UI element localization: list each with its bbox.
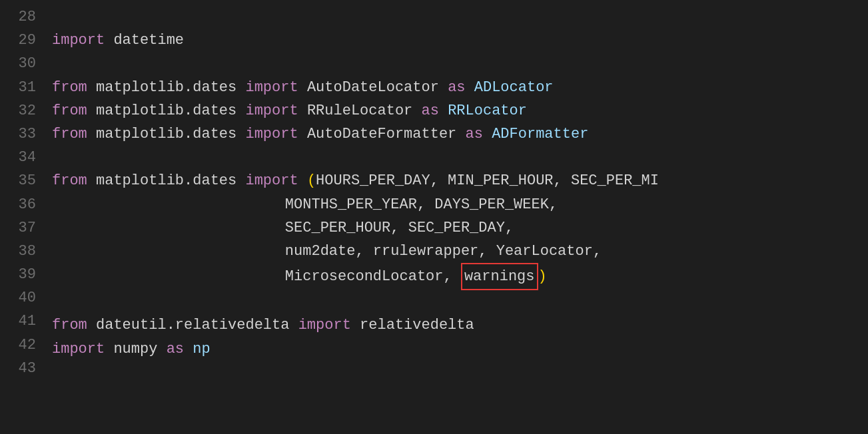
line-num-40: 40	[11, 286, 36, 310]
code-line-32: from matplotlib.dates import RRuleLocato…	[47, 99, 868, 122]
keyword-from-31: from	[52, 76, 87, 99]
module-42: numpy	[113, 337, 157, 361]
code-editor: 28 29 30 31 32 33 34 35 36 37 38 39 40 4…	[0, 0, 868, 434]
close-paren-39: )	[538, 265, 547, 288]
line-num-32: 32	[11, 99, 36, 122]
space	[236, 122, 245, 146]
keyword-import-41: import	[298, 314, 351, 337]
space	[466, 76, 474, 99]
space	[87, 76, 96, 99]
alias-42: np	[193, 337, 210, 361]
classname-32: RRuleLocator	[307, 99, 412, 122]
line-num-35: 35	[11, 169, 36, 192]
module-35: matplotlib.dates	[96, 169, 236, 192]
classname-33: AutoDateFormatter	[307, 122, 456, 146]
space	[289, 314, 298, 337]
space	[298, 76, 307, 99]
code-content: import datetime from matplotlib.dates im…	[47, 0, 868, 434]
space	[456, 122, 465, 146]
space	[87, 314, 96, 337]
code-line-28	[47, 5, 868, 29]
code-line-29: import datetime	[47, 29, 868, 52]
keyword-import-42: import	[52, 337, 105, 361]
line-num-28: 28	[11, 5, 36, 29]
space	[87, 99, 96, 122]
line-num-31: 31	[11, 76, 36, 99]
module-31: matplotlib.dates	[96, 76, 236, 99]
line-num-39: 39	[11, 263, 36, 286]
keyword-from-35: from	[52, 169, 87, 192]
highlighted-warnings: warnings	[461, 263, 538, 290]
classname-31: AutoDateLocator	[307, 76, 439, 99]
constants-36: MONTHS_PER_YEAR, DAYS_PER_WEEK,	[285, 193, 558, 216]
keyword-as-33: as	[466, 122, 483, 146]
line-num-30: 30	[11, 52, 36, 75]
keyword-from-33: from	[52, 122, 87, 146]
space	[236, 169, 245, 192]
keyword-import-33: import	[245, 122, 298, 146]
constants-39a: MicrosecondLocator,	[285, 265, 461, 288]
space	[412, 99, 421, 122]
keyword-import-29: import	[52, 29, 105, 52]
code-line-43	[47, 361, 868, 384]
code-line-41: from dateutil.relativedelta import relat…	[47, 314, 868, 337]
space	[236, 76, 245, 99]
code-line-34	[47, 146, 868, 169]
constants-35: HOURS_PER_DAY, MIN_PER_HOUR, SEC_PER_MI	[316, 169, 659, 192]
space	[439, 99, 448, 122]
alias-33: ADFormatter	[492, 122, 588, 146]
space	[184, 337, 193, 361]
line-num-42: 42	[11, 333, 36, 357]
space	[105, 337, 113, 361]
keyword-import-32: import	[245, 99, 298, 122]
module-33: matplotlib.dates	[96, 122, 236, 146]
space	[351, 314, 360, 337]
keyword-import-31: import	[245, 76, 298, 99]
line-num-43: 43	[11, 357, 36, 380]
keyword-as-42: as	[167, 337, 184, 361]
alias-32: RRLocator	[448, 99, 527, 122]
code-line-42: import numpy as np	[47, 337, 868, 361]
keyword-from-32: from	[52, 99, 87, 122]
line-num-34: 34	[11, 146, 36, 169]
code-line-35: from matplotlib.dates import (HOURS_PER_…	[47, 169, 868, 192]
code-line-39: MicrosecondLocator, warnings)	[47, 263, 868, 290]
keyword-as-32: as	[422, 99, 439, 122]
space	[298, 169, 307, 192]
space	[157, 337, 166, 361]
space	[87, 122, 96, 146]
keyword-import-35: import	[245, 169, 298, 192]
open-paren-35: (	[307, 169, 316, 192]
module-41: dateutil.relativedelta	[96, 314, 289, 337]
keyword-as-31: as	[448, 76, 465, 99]
module-datetime: datetime	[113, 29, 184, 52]
line-numbers: 28 29 30 31 32 33 34 35 36 37 38 39 40 4…	[0, 0, 47, 434]
space	[298, 122, 307, 146]
space	[298, 99, 307, 122]
module-32: matplotlib.dates	[96, 99, 236, 122]
constants-38: num2date, rrulewrapper, YearLocator,	[285, 240, 602, 263]
code-line-36: MONTHS_PER_YEAR, DAYS_PER_WEEK,	[47, 193, 868, 216]
line-num-38: 38	[11, 240, 36, 263]
keyword-from-41: from	[52, 314, 87, 337]
space	[236, 99, 245, 122]
alias-31: ADLocator	[474, 76, 554, 99]
constants-37: SEC_PER_HOUR, SEC_PER_DAY,	[285, 216, 514, 240]
space	[105, 29, 113, 52]
classname-41: relativedelta	[360, 314, 474, 337]
code-line-33: from matplotlib.dates import AutoDateFor…	[47, 122, 868, 146]
code-line-38: num2date, rrulewrapper, YearLocator,	[47, 240, 868, 263]
line-num-33: 33	[11, 122, 36, 146]
code-line-31: from matplotlib.dates import AutoDateLoc…	[47, 76, 868, 99]
space	[483, 122, 492, 146]
space	[439, 76, 448, 99]
line-num-37: 37	[11, 216, 36, 240]
code-line-30	[47, 52, 868, 75]
code-line-37: SEC_PER_HOUR, SEC_PER_DAY,	[47, 216, 868, 240]
line-num-29: 29	[11, 29, 36, 52]
space	[87, 169, 96, 192]
line-num-36: 36	[11, 193, 36, 216]
code-line-40	[47, 290, 868, 314]
line-num-41: 41	[11, 310, 36, 333]
